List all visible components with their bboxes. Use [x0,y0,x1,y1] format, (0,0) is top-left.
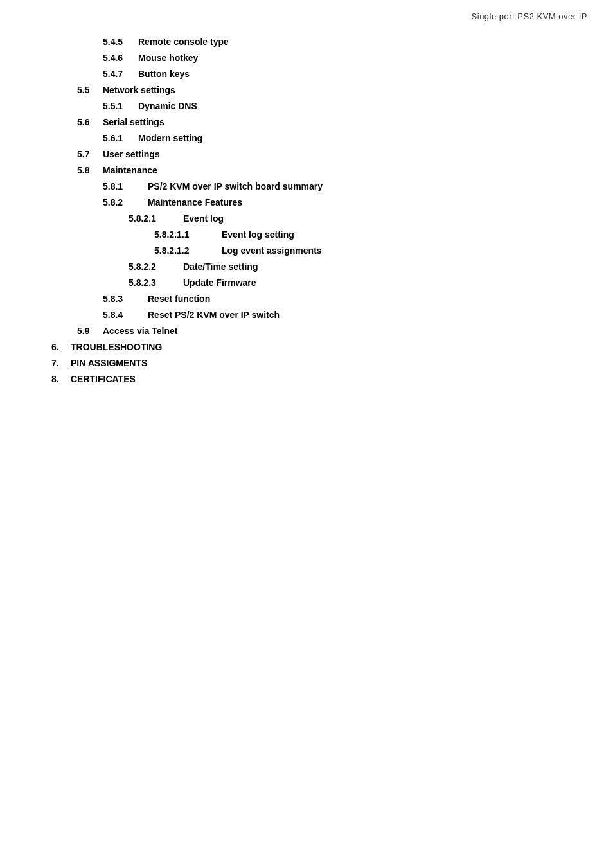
toc-item-582: 5.8.2Maintenance Features [51,196,562,209]
toc-label-7: PIN ASSIGMENTS [71,357,147,370]
toc-item-5821: 5.8.2.1Event log [51,212,562,226]
toc-num-584: 5.8.4 [103,308,148,322]
toc-label-59: Access via Telnet [103,324,177,338]
toc-item-5823: 5.8.2.3Update Firmware [51,276,562,290]
toc-num-5821: 5.8.2.1 [129,212,183,226]
toc-num-59: 5.9 [77,324,103,338]
toc-label-545: Remote console type [138,35,229,49]
toc-num-58: 5.8 [77,164,103,177]
toc-num-8: 8. [51,373,71,386]
toc-num-7: 7. [51,357,71,370]
toc-item-584: 5.8.4Reset PS/2 KVM over IP switch [51,308,562,322]
toc-item-545: 5.4.5Remote console type [51,35,562,49]
page-header: Single port PS2 KVM over IP [472,12,587,21]
toc-label-8: CERTIFICATES [71,373,136,386]
toc-label-561: Modern setting [138,132,202,145]
toc-label-5823: Update Firmware [183,276,256,290]
toc-item-551: 5.5.1Dynamic DNS [51,100,562,113]
toc-item-547: 5.4.7Button keys [51,67,562,81]
toc-item-57: 5.7User settings [51,148,562,161]
toc-label-56: Serial settings [103,116,164,129]
toc-item-561: 5.6.1Modern setting [51,132,562,145]
toc-num-6: 6. [51,341,71,354]
toc-label-6: TROUBLESHOOTING [71,341,162,354]
toc-label-58211: Event log setting [222,228,294,242]
toc-num-58211: 5.8.2.1.1 [154,228,222,242]
toc-item-58212: 5.8.2.1.2Log event assignments [51,244,562,258]
toc-item-583: 5.8.3Reset function [51,292,562,306]
toc-item-55: 5.5Network settings [51,84,562,97]
toc-num-561: 5.6.1 [103,132,138,145]
toc-label-5822: Date/Time setting [183,260,258,274]
toc-num-57: 5.7 [77,148,103,161]
toc-item-58: 5.8Maintenance [51,164,562,177]
toc-num-551: 5.5.1 [103,100,138,113]
toc-label-58212: Log event assignments [222,244,322,258]
toc-num-546: 5.4.6 [103,51,138,65]
toc-num-58212: 5.8.2.1.2 [154,244,222,258]
toc-label-55: Network settings [103,84,175,97]
toc-num-582: 5.8.2 [103,196,148,209]
toc-item-8: 8.CERTIFICATES [51,373,562,386]
toc-num-55: 5.5 [77,84,103,97]
toc-item-546: 5.4.6Mouse hotkey [51,51,562,65]
toc-item-5822: 5.8.2.2Date/Time setting [51,260,562,274]
toc-label-58: Maintenance [103,164,157,177]
toc-num-5822: 5.8.2.2 [129,260,183,274]
toc-label-583: Reset function [148,292,210,306]
toc-label-546: Mouse hotkey [138,51,198,65]
toc-num-583: 5.8.3 [103,292,148,306]
toc-num-56: 5.6 [77,116,103,129]
toc-num-5823: 5.8.2.3 [129,276,183,290]
toc-item-56: 5.6Serial settings [51,116,562,129]
toc-label-57: User settings [103,148,160,161]
toc-num-545: 5.4.5 [103,35,138,49]
toc-item-59: 5.9Access via Telnet [51,324,562,338]
toc-label-551: Dynamic DNS [138,100,197,113]
toc-num-547: 5.4.7 [103,67,138,81]
toc-label-581: PS/2 KVM over IP switch board summary [148,180,323,193]
toc-label-582: Maintenance Features [148,196,242,209]
toc-label-547: Button keys [138,67,190,81]
toc-label-5821: Event log [183,212,224,226]
toc-item-581: 5.8.1PS/2 KVM over IP switch board summa… [51,180,562,193]
toc-item-6: 6.TROUBLESHOOTING [51,341,562,354]
toc-item-7: 7.PIN ASSIGMENTS [51,357,562,370]
table-of-contents: 5.4.5Remote console type5.4.6Mouse hotke… [0,0,613,386]
toc-item-58211: 5.8.2.1.1Event log setting [51,228,562,242]
toc-label-584: Reset PS/2 KVM over IP switch [148,308,280,322]
toc-num-581: 5.8.1 [103,180,148,193]
